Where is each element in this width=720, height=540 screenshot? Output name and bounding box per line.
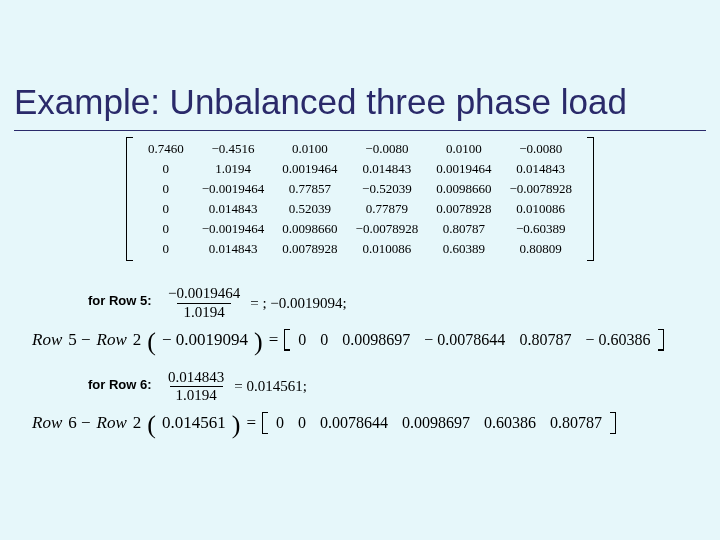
row5-frac-num: −0.0019464 xyxy=(166,286,242,303)
matrix-cell: 0.0100 xyxy=(427,139,500,159)
page-title: Example: Unbalanced three phase load xyxy=(14,82,706,131)
row5-frac-den: 1.0194 xyxy=(177,303,230,321)
row5-fraction: −0.0019464 1.0194 = ; −0.0019094; xyxy=(164,286,706,321)
matrix-cell: −0.60389 xyxy=(500,219,581,239)
matrix-cell: 0 xyxy=(139,199,193,219)
row5-label: for Row 5: xyxy=(88,293,152,308)
matrix-cell: 0.014843 xyxy=(193,239,274,259)
matrix-cell: −0.4516 xyxy=(193,139,274,159)
txt: 6 − xyxy=(68,413,90,433)
matrix-cell: 0.014843 xyxy=(500,159,581,179)
txt: 5 − xyxy=(68,330,90,350)
matrix-cell: −0.0019464 xyxy=(193,219,274,239)
txt: Row xyxy=(97,330,127,350)
matrix-cell: −0.0019464 xyxy=(193,179,274,199)
matrix-cell: 0.0019464 xyxy=(427,159,500,179)
row6-frac-num: 0.014843 xyxy=(166,370,226,387)
vector-cell: 0.0078644 xyxy=(320,414,388,432)
matrix-cell: 0.0100 xyxy=(273,139,346,159)
vector-cell: − 0.0078644 xyxy=(424,331,505,349)
matrix-cell: −0.0080 xyxy=(500,139,581,159)
matrix-cell: 0.77879 xyxy=(347,199,428,219)
matrix-cell: 0.010086 xyxy=(347,239,428,259)
txt: 2 xyxy=(133,330,142,350)
vector-cell: 0.60386 xyxy=(484,414,536,432)
eq-sign: = xyxy=(246,413,256,433)
vector-cell: − 0.60386 xyxy=(585,331,650,349)
matrix-cell: 0 xyxy=(139,239,193,259)
vector-cell: 0 xyxy=(298,414,306,432)
matrix-cell: 0.0019464 xyxy=(273,159,346,179)
matrix-cell: 0 xyxy=(139,159,193,179)
matrix-cell: 0.010086 xyxy=(500,199,581,219)
row6-factor: 0.014561 xyxy=(162,413,226,433)
eq-sign: = xyxy=(269,330,279,350)
matrix-cell: 0 xyxy=(139,219,193,239)
vector-cell: 0.80787 xyxy=(519,331,571,349)
matrix-cell: 0.7460 xyxy=(139,139,193,159)
row5-equation: Row 5 − Row 2 ( − 0.0019094 ) = 000.0098… xyxy=(32,329,706,351)
matrix: 0.7460−0.45160.0100−0.00800.0100−0.00800… xyxy=(14,137,706,261)
row6-fraction: 0.014843 1.0194 = 0.014561; xyxy=(164,370,706,405)
matrix-cell: 0.52039 xyxy=(273,199,346,219)
matrix-cell: −0.0078928 xyxy=(347,219,428,239)
vector-cell: 0 xyxy=(298,331,306,349)
vector-cell: 0.0098697 xyxy=(402,414,470,432)
matrix-cell: 0.014843 xyxy=(347,159,428,179)
matrix-cell: 0.77857 xyxy=(273,179,346,199)
matrix-cell: 0.0078928 xyxy=(427,199,500,219)
vector-cell: 0.0098697 xyxy=(342,331,410,349)
row6-vector: 000.00786440.00986970.603860.80787 xyxy=(262,412,616,434)
row5-factor: − 0.0019094 xyxy=(162,330,248,350)
matrix-cell: 0.80809 xyxy=(500,239,581,259)
vector-cell: 0.80787 xyxy=(550,414,602,432)
matrix-cell: 0 xyxy=(139,179,193,199)
row6-frac-den: 1.0194 xyxy=(170,386,223,404)
matrix-cell: 0.014843 xyxy=(193,199,274,219)
row6-frac-result: = 0.014561; xyxy=(234,378,307,395)
row5-vector: 000.0098697− 0.00786440.80787− 0.60386 xyxy=(284,329,664,351)
matrix-cell: −0.52039 xyxy=(347,179,428,199)
matrix-cell: 1.0194 xyxy=(193,159,274,179)
matrix-cell: 0.0078928 xyxy=(273,239,346,259)
vector-cell: 0 xyxy=(320,331,328,349)
txt: Row xyxy=(32,413,62,433)
matrix-cell: 0.60389 xyxy=(427,239,500,259)
matrix-cell: −0.0080 xyxy=(347,139,428,159)
matrix-cell: −0.0078928 xyxy=(500,179,581,199)
txt: Row xyxy=(97,413,127,433)
matrix-cell: 0.0098660 xyxy=(273,219,346,239)
matrix-cell: 0.0098660 xyxy=(427,179,500,199)
matrix-cell: 0.80787 xyxy=(427,219,500,239)
row5-frac-result: = ; −0.0019094; xyxy=(250,295,347,312)
txt: Row xyxy=(32,330,62,350)
row6-equation: Row 6 − Row 2 ( 0.014561 ) = 000.0078644… xyxy=(32,412,706,434)
vector-cell: 0 xyxy=(276,414,284,432)
row6-label: for Row 6: xyxy=(88,377,152,392)
txt: 2 xyxy=(133,413,142,433)
